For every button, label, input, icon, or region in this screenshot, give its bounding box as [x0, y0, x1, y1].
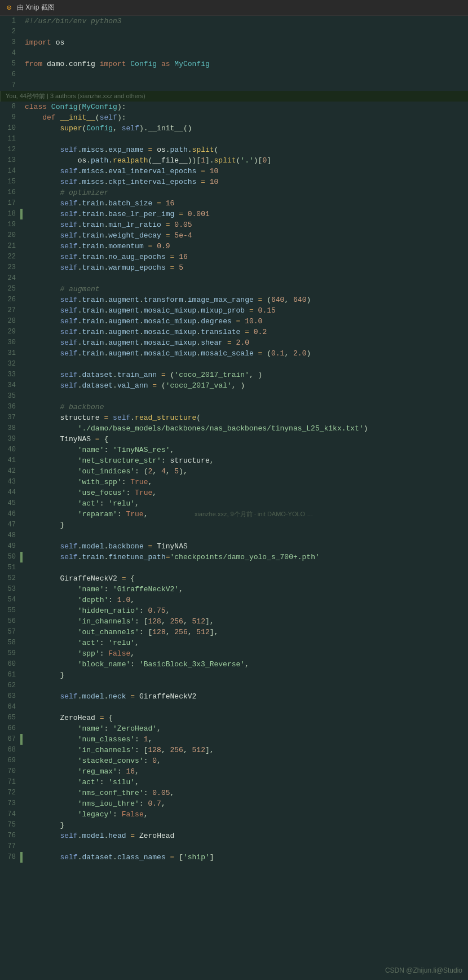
code-line-17: 17 self.train.batch_size = 16: [0, 198, 468, 209]
code-line-78: 78 self.dataset.class_names = ['ship']: [0, 852, 468, 863]
code-line-54: 54 'depth': 1.0,: [0, 595, 468, 605]
git-blame-text: You, 44秒钟前 | 3 authors (xianzhe.xxz and …: [6, 92, 145, 100]
watermark: CSDN @Zhijun.li@Studio: [385, 966, 462, 974]
code-line-6: 6: [0, 69, 468, 80]
code-line-19: 19 self.train.min_lr_ratio = 0.05: [0, 219, 468, 230]
code-line-35: 35: [0, 391, 468, 402]
code-line-25: 25 # augment: [0, 284, 468, 295]
code-line-48: 48: [0, 530, 468, 541]
code-line-7: 7: [0, 80, 468, 91]
code-line-66: 66 'name': 'ZeroHead',: [0, 723, 468, 734]
code-line-16: 16 # optimizer: [0, 187, 468, 198]
code-line-57: 57 'out_channels': [128, 256, 512],: [0, 627, 468, 638]
code-line-24: 24: [0, 273, 468, 284]
code-line-21: 21 self.train.momentum = 0.9: [0, 241, 468, 252]
code-line-38: 38 './damo/base_models/backbones/nas_bac…: [0, 423, 468, 434]
code-line-45: 45 'act': 'relu',: [0, 498, 468, 509]
code-line-13: 13 os.path.realpath(__file__))[1].split(…: [0, 155, 468, 166]
code-line-5: 5 from damo.config import Config as MyCo…: [0, 59, 468, 69]
code-line-55: 55 'hidden_ratio': 0.75,: [0, 605, 468, 616]
code-line-29: 29 self.train.augment.mosaic_mixup.trans…: [0, 327, 468, 337]
code-line-4: 4: [0, 48, 468, 59]
code-line-63: 63 self.model.neck = GiraffeNeckV2: [0, 691, 468, 702]
code-line-75: 75 }: [0, 820, 468, 830]
code-line-2: 2: [0, 27, 468, 37]
code-line-23: 23 self.train.warmup_epochs = 5: [0, 262, 468, 273]
code-line-20: 20 self.train.weight_decay = 5e-4: [0, 230, 468, 241]
code-line-49: 49 self.model.backbone = TinyNAS: [0, 541, 468, 552]
code-line-42: 42 'out_indices': (2, 4, 5),: [0, 466, 468, 477]
code-line-10: 10 super(Config, self).__init__(): [0, 123, 468, 134]
code-line-68: 68 'in_channels': [128, 256, 512],: [0, 745, 468, 755]
title-bar: ⊙ 由 Xnip 截图: [0, 0, 468, 16]
code-line-58: 58 'act': 'relu',: [0, 638, 468, 648]
code-line-36: 36 # backbone: [0, 402, 468, 412]
code-line-18: 18 self.train.base_lr_per_img = 0.001: [0, 209, 468, 219]
code-line-11: 11: [0, 134, 468, 144]
code-line-12: 12 self.miscs.exp_name = os.path.split(: [0, 144, 468, 155]
code-line-71: 71 'act': 'silu',: [0, 777, 468, 788]
code-line-44: 44 'use_focus': True,: [0, 487, 468, 498]
code-line-64: 64: [0, 702, 468, 713]
code-line-59: 59 'spp': False,: [0, 648, 468, 659]
code-line-30: 30 self.train.augment.mosaic_mixup.shear…: [0, 337, 468, 348]
code-line-43: 43 'with_spp': True,: [0, 477, 468, 487]
app-icon: ⊙: [5, 3, 14, 12]
code-line-27: 27 self.train.augment.mosaic_mixup.mixup…: [0, 305, 468, 316]
code-line-31: 31 self.train.augment.mosaic_mixup.mosai…: [0, 348, 468, 359]
code-line-1: 1 #!/usr/bin/env python3: [0, 16, 468, 27]
code-line-28: 28 self.train.augment.mosaic_mixup.degre…: [0, 316, 468, 327]
code-line-40: 40 'name': 'TinyNAS_res',: [0, 445, 468, 455]
code-line-60: 60 'block_name': 'BasicBlock_3x3_Reverse…: [0, 659, 468, 670]
code-line-77: 77: [0, 841, 468, 852]
code-line-41: 41 'net_structure_str': structure,: [0, 455, 468, 466]
code-line-70: 70 'reg_max': 16,: [0, 766, 468, 777]
code-line-53: 53 'name': 'GiraffeNeckV2',: [0, 584, 468, 595]
code-line-33: 33 self.dataset.train_ann = ('coco_2017_…: [0, 370, 468, 380]
code-line-26: 26 self.train.augment.transform.image_ma…: [0, 295, 468, 305]
code-line-15: 15 self.miscs.ckpt_interval_epochs = 10: [0, 177, 468, 187]
code-line-22: 22 self.train.no_aug_epochs = 16: [0, 252, 468, 262]
code-line-73: 73 'nms_iou_thre': 0.7,: [0, 798, 468, 809]
code-line-74: 74 'legacy': False,: [0, 809, 468, 820]
code-line-76: 76 self.model.head = ZeroHead: [0, 830, 468, 841]
code-line-46: 46 'reparam': True, xianzhe.xxz, 9个月前 · …: [0, 509, 468, 520]
code-line-39: 39 TinyNAS = {: [0, 434, 468, 445]
code-line-62: 62: [0, 680, 468, 691]
code-line-8: 8 class Config(MyConfig):: [0, 102, 468, 112]
git-blame-line: You, 44秒钟前 | 3 authors (xianzhe.xxz and …: [0, 91, 468, 102]
code-line-61: 61 }: [0, 670, 468, 680]
code-line-69: 69 'stacked_convs': 0,: [0, 755, 468, 766]
editor: 1 #!/usr/bin/env python3 2 3 import os 4…: [0, 16, 468, 863]
code-line-32: 32: [0, 359, 468, 370]
code-line-51: 51: [0, 562, 468, 573]
code-line-72: 72 'nms_conf_thre': 0.05,: [0, 788, 468, 798]
code-line-34: 34 self.dataset.val_ann = ('coco_2017_va…: [0, 380, 468, 391]
code-line-9: 9 def __init__(self):: [0, 112, 468, 123]
code-line-47: 47 }: [0, 520, 468, 530]
code-line-56: 56 'in_channels': [128, 256, 512],: [0, 616, 468, 627]
code-line-52: 52 GiraffeNeckV2 = {: [0, 573, 468, 584]
code-line-50: 50 self.train.finetune_path='checkpoints…: [0, 552, 468, 562]
code-line-65: 65 ZeroHead = {: [0, 713, 468, 723]
code-line-37: 37 structure = self.read_structure(: [0, 412, 468, 423]
code-line-3: 3 import os: [0, 37, 468, 48]
title-text: 由 Xnip 截图: [17, 3, 55, 12]
code-line-14: 14 self.miscs.eval_interval_epochs = 10: [0, 166, 468, 177]
code-line-67: 67 'num_classes': 1,: [0, 734, 468, 745]
